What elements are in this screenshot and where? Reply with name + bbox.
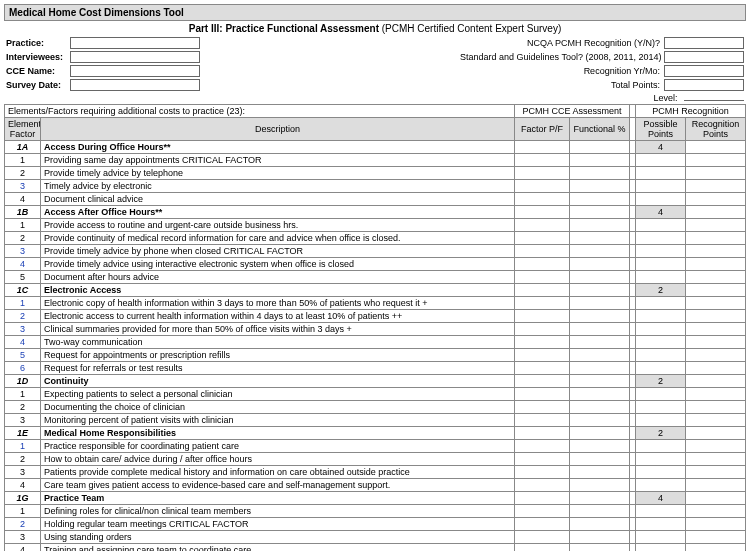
cell-pf[interactable] <box>515 401 570 414</box>
cell-pf[interactable] <box>515 505 570 518</box>
cell-func[interactable] <box>570 505 630 518</box>
cell-rp[interactable] <box>686 518 746 531</box>
cell-func[interactable] <box>570 453 630 466</box>
cell-pf[interactable] <box>515 531 570 544</box>
cell-func[interactable] <box>570 219 630 232</box>
cell-rp[interactable] <box>686 349 746 362</box>
cell-func[interactable] <box>570 531 630 544</box>
cell-pf[interactable] <box>515 284 570 297</box>
cell-rp[interactable] <box>686 219 746 232</box>
cell-func[interactable] <box>570 154 630 167</box>
cell-pf[interactable] <box>515 427 570 440</box>
cell-func[interactable] <box>570 388 630 401</box>
cell-rp[interactable] <box>686 232 746 245</box>
cell-rp[interactable] <box>686 297 746 310</box>
cell-rp[interactable] <box>686 154 746 167</box>
cell-pf[interactable] <box>515 245 570 258</box>
cell-func[interactable] <box>570 349 630 362</box>
cell-func[interactable] <box>570 427 630 440</box>
cell-rp[interactable] <box>686 414 746 427</box>
cell-pf[interactable] <box>515 479 570 492</box>
cell-func[interactable] <box>570 323 630 336</box>
cell-rp[interactable] <box>686 440 746 453</box>
cell-pf[interactable] <box>515 323 570 336</box>
input-practice[interactable] <box>70 37 200 49</box>
cell-func[interactable] <box>570 401 630 414</box>
cell-func[interactable] <box>570 310 630 323</box>
cell-func[interactable] <box>570 492 630 505</box>
cell-pf[interactable] <box>515 349 570 362</box>
cell-rp[interactable] <box>686 180 746 193</box>
cell-func[interactable] <box>570 180 630 193</box>
cell-rp[interactable] <box>686 336 746 349</box>
cell-func[interactable] <box>570 362 630 375</box>
cell-pf[interactable] <box>515 141 570 154</box>
cell-func[interactable] <box>570 245 630 258</box>
cell-func[interactable] <box>570 271 630 284</box>
recognition-points[interactable] <box>686 141 746 154</box>
cell-func[interactable] <box>570 206 630 219</box>
cell-rp[interactable] <box>686 271 746 284</box>
cell-rp[interactable] <box>686 388 746 401</box>
recognition-points[interactable] <box>686 284 746 297</box>
cell-pf[interactable] <box>515 388 570 401</box>
cell-pf[interactable] <box>515 310 570 323</box>
cell-rp[interactable] <box>686 245 746 258</box>
cell-pf[interactable] <box>515 414 570 427</box>
cell-pf[interactable] <box>515 297 570 310</box>
input-standard[interactable] <box>664 51 744 63</box>
cell-func[interactable] <box>570 167 630 180</box>
cell-func[interactable] <box>570 518 630 531</box>
cell-pf[interactable] <box>515 362 570 375</box>
input-interviewees[interactable] <box>70 51 200 63</box>
cell-rp[interactable] <box>686 466 746 479</box>
cell-pf[interactable] <box>515 518 570 531</box>
cell-rp[interactable] <box>686 531 746 544</box>
cell-pf[interactable] <box>515 219 570 232</box>
cell-rp[interactable] <box>686 193 746 206</box>
recognition-points[interactable] <box>686 492 746 505</box>
cell-rp[interactable] <box>686 167 746 180</box>
cell-func[interactable] <box>570 544 630 552</box>
cell-pf[interactable] <box>515 271 570 284</box>
cell-func[interactable] <box>570 258 630 271</box>
input-recognition[interactable] <box>664 37 744 49</box>
cell-pf[interactable] <box>515 232 570 245</box>
cell-pf[interactable] <box>515 492 570 505</box>
cell-pf[interactable] <box>515 167 570 180</box>
recognition-points[interactable] <box>686 206 746 219</box>
cell-rp[interactable] <box>686 401 746 414</box>
cell-pf[interactable] <box>515 206 570 219</box>
cell-func[interactable] <box>570 141 630 154</box>
cell-rp[interactable] <box>686 479 746 492</box>
cell-func[interactable] <box>570 232 630 245</box>
cell-rp[interactable] <box>686 258 746 271</box>
cell-pf[interactable] <box>515 544 570 552</box>
cell-func[interactable] <box>570 466 630 479</box>
input-recog-yrmo[interactable] <box>664 65 744 77</box>
cell-pf[interactable] <box>515 154 570 167</box>
cell-rp[interactable] <box>686 505 746 518</box>
cell-pf[interactable] <box>515 375 570 388</box>
input-survey-date[interactable] <box>70 79 200 91</box>
recognition-points[interactable] <box>686 427 746 440</box>
input-total-points[interactable] <box>664 79 744 91</box>
cell-rp[interactable] <box>686 453 746 466</box>
cell-func[interactable] <box>570 479 630 492</box>
cell-func[interactable] <box>570 193 630 206</box>
cell-pf[interactable] <box>515 453 570 466</box>
cell-func[interactable] <box>570 284 630 297</box>
cell-func[interactable] <box>570 375 630 388</box>
cell-pf[interactable] <box>515 193 570 206</box>
recognition-points[interactable] <box>686 375 746 388</box>
cell-rp[interactable] <box>686 544 746 552</box>
cell-func[interactable] <box>570 440 630 453</box>
cell-pf[interactable] <box>515 466 570 479</box>
cell-func[interactable] <box>570 336 630 349</box>
input-level[interactable] <box>684 100 744 101</box>
input-cce[interactable] <box>70 65 200 77</box>
cell-pf[interactable] <box>515 180 570 193</box>
cell-pf[interactable] <box>515 440 570 453</box>
cell-func[interactable] <box>570 414 630 427</box>
cell-pf[interactable] <box>515 258 570 271</box>
